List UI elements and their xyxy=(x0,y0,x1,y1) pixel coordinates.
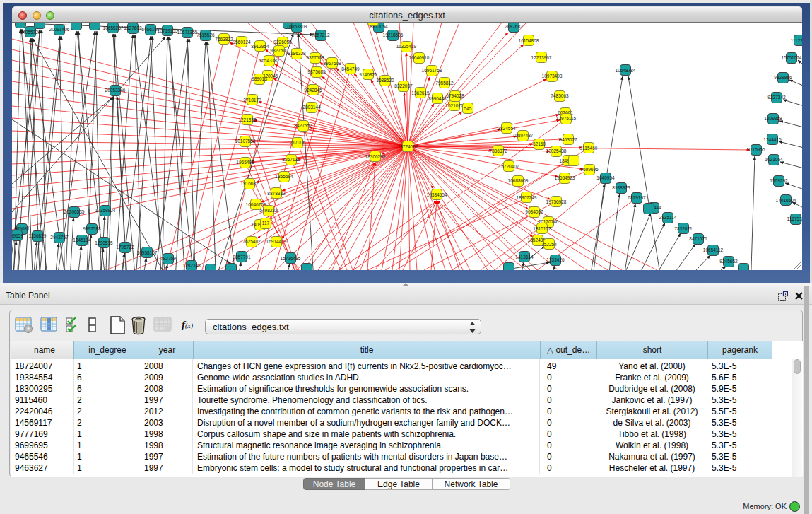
svg-text:1290515: 1290515 xyxy=(95,240,113,245)
svg-text:1815152: 1815152 xyxy=(533,226,551,231)
svg-text:(x): (x) xyxy=(185,322,194,330)
svg-text:1209358: 1209358 xyxy=(764,116,782,121)
svg-text:9463627: 9463627 xyxy=(559,137,577,142)
svg-text:2942757: 2942757 xyxy=(50,235,69,240)
svg-text:14055721: 14055721 xyxy=(20,30,41,35)
svg-text:20206535: 20206535 xyxy=(64,209,85,214)
svg-text:15751074: 15751074 xyxy=(782,55,802,60)
svg-text:16640910: 16640910 xyxy=(409,55,430,60)
svg-text:16053809: 16053809 xyxy=(287,24,307,29)
svg-text:1640954: 1640954 xyxy=(596,175,615,180)
svg-text:1221338: 1221338 xyxy=(238,117,257,122)
svg-text:9699695: 9699695 xyxy=(580,167,599,172)
svg-text:16961758: 16961758 xyxy=(422,68,442,73)
svg-text:7955812: 7955812 xyxy=(435,81,454,86)
svg-text:9329966: 9329966 xyxy=(774,75,792,80)
svg-text:1355594: 1355594 xyxy=(275,174,293,179)
svg-text:15716485: 15716485 xyxy=(281,256,301,261)
svg-text:1112223: 1112223 xyxy=(791,38,802,43)
svg-text:16914479: 16914479 xyxy=(266,239,287,244)
svg-text:8967608: 8967608 xyxy=(323,61,341,66)
svg-text:10025438: 10025438 xyxy=(546,148,567,153)
svg-text:1167533: 1167533 xyxy=(787,216,802,221)
svg-text:11325419: 11325419 xyxy=(396,44,417,49)
svg-text:8938923: 8938923 xyxy=(612,185,630,190)
svg-text:8471676: 8471676 xyxy=(689,236,707,241)
svg-text:9327500: 9327500 xyxy=(270,48,288,53)
svg-text:1362615: 1362615 xyxy=(411,90,430,95)
svg-text:12975115: 12975115 xyxy=(556,116,577,121)
svg-text:9327508: 9327508 xyxy=(306,55,324,60)
svg-text:5498222: 5498222 xyxy=(259,208,278,213)
svg-text:1156829: 1156829 xyxy=(29,233,47,238)
svg-text:8215955: 8215955 xyxy=(747,147,765,152)
svg-text:989013: 989013 xyxy=(252,76,267,81)
svg-text:19756928: 19756928 xyxy=(546,199,567,204)
svg-text:10671355: 10671355 xyxy=(177,30,198,35)
svg-text:782759: 782759 xyxy=(160,256,176,261)
svg-text:19384554: 19384554 xyxy=(427,192,447,197)
svg-text:1965492: 1965492 xyxy=(236,160,254,165)
svg-text:18300295: 18300295 xyxy=(365,154,386,159)
svg-text:12213967: 12213967 xyxy=(531,55,552,60)
svg-text:17016504: 17016504 xyxy=(776,198,796,203)
svg-text:8912954: 8912954 xyxy=(251,44,269,49)
svg-text:2803144: 2803144 xyxy=(302,105,321,110)
svg-text:2087682: 2087682 xyxy=(505,24,523,29)
svg-text:10958107: 10958107 xyxy=(137,250,158,255)
svg-text:117: 117 xyxy=(262,221,270,226)
svg-text:9875685: 9875685 xyxy=(307,69,326,74)
svg-text:10719155: 10719155 xyxy=(158,28,178,33)
svg-text:9146821: 9146821 xyxy=(359,72,377,77)
svg-text:2718170: 2718170 xyxy=(243,98,261,103)
svg-text:8322037: 8322037 xyxy=(394,83,413,88)
svg-text:16543382: 16543382 xyxy=(259,58,280,63)
svg-text:7886372: 7886372 xyxy=(489,148,507,153)
svg-text:1527602: 1527602 xyxy=(124,25,142,30)
svg-text:7515526: 7515526 xyxy=(196,33,215,37)
svg-text:1021064: 1021064 xyxy=(765,157,783,162)
svg-text:20091406: 20091406 xyxy=(49,27,70,32)
svg-text:1292348: 1292348 xyxy=(182,263,201,268)
svg-text:8878332: 8878332 xyxy=(267,191,286,196)
svg-text:10107553: 10107553 xyxy=(235,139,256,144)
svg-text:17359924: 17359924 xyxy=(95,208,116,213)
svg-text:9242845: 9242845 xyxy=(304,88,322,93)
svg-text:8186328: 8186328 xyxy=(288,51,306,56)
svg-text:10648784: 10648784 xyxy=(616,68,636,73)
svg-text:20053346: 20053346 xyxy=(105,88,126,93)
svg-text:8427552: 8427552 xyxy=(294,123,312,128)
svg-text:545: 545 xyxy=(464,106,472,111)
svg-text:9226058: 9226058 xyxy=(273,40,292,45)
svg-text:9084067: 9084067 xyxy=(525,209,543,214)
svg-text:19654923: 19654923 xyxy=(555,175,575,180)
svg-text:6879197: 6879197 xyxy=(628,195,646,200)
svg-text:2935114: 2935114 xyxy=(659,215,677,220)
svg-text:15720407: 15720407 xyxy=(499,164,519,169)
svg-text:7832621: 7832621 xyxy=(674,226,693,231)
svg-text:9997588: 9997588 xyxy=(83,226,101,231)
svg-text:9560124: 9560124 xyxy=(233,40,251,45)
svg-text:7625402: 7625402 xyxy=(242,239,261,244)
svg-text:9227342: 9227342 xyxy=(767,95,786,100)
svg-text:10654112: 10654112 xyxy=(703,247,724,252)
svg-text:9245652: 9245652 xyxy=(719,259,738,264)
svg-text:16154808: 16154808 xyxy=(519,38,539,43)
svg-text:19218506: 19218506 xyxy=(383,33,404,37)
svg-text:9115460: 9115460 xyxy=(580,146,598,151)
svg-text:10655287: 10655287 xyxy=(103,25,124,30)
svg-text:6794028: 6794028 xyxy=(446,93,464,98)
svg-text:1621072: 1621072 xyxy=(445,103,464,108)
svg-text:1345194: 1345194 xyxy=(73,238,91,243)
svg-text:7857212: 7857212 xyxy=(312,33,330,37)
svg-text:1588520: 1588520 xyxy=(376,78,394,83)
svg-text:18907249: 18907249 xyxy=(517,195,537,200)
svg-text:10973493: 10973493 xyxy=(542,74,563,78)
svg-text:9857791: 9857791 xyxy=(233,255,251,259)
svg-text:7663822: 7663822 xyxy=(215,37,233,42)
svg-text:18724007: 18724007 xyxy=(398,144,418,149)
svg-text:1413614: 1413614 xyxy=(515,255,534,259)
svg-text:8267130: 8267130 xyxy=(282,157,300,162)
svg-text:8454749: 8454749 xyxy=(341,66,360,71)
svg-text:1733426: 1733426 xyxy=(546,257,565,262)
